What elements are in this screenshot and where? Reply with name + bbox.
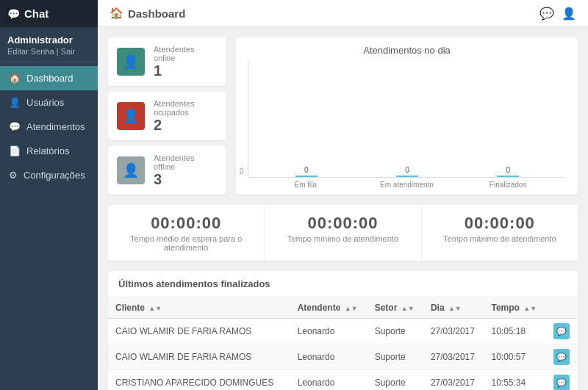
chart-y-label: 0: [240, 167, 244, 176]
stat-card-offline: 👤 Atendentes offline 3: [108, 146, 226, 195]
chat-action-button[interactable]: 💬: [553, 323, 570, 339]
app-title: Chat: [24, 7, 49, 20]
th-atendente[interactable]: Atendente ▲▼: [290, 297, 368, 319]
th-action: [546, 297, 578, 319]
chart-bar-finalizados-bar: [497, 176, 519, 177]
timing-maximo-label: Tempo máximo de atendimento: [429, 234, 570, 243]
chart-label-atendimento: Em atendimento: [377, 181, 436, 189]
sidebar: 💬 Chat Administrador Editar Senha | Sair…: [0, 0, 98, 390]
offline-icon: 👤: [117, 156, 145, 184]
sidebar-item-dashboard[interactable]: 🏠 Dashboard: [0, 66, 98, 90]
online-label: Atendentes online: [154, 45, 217, 62]
sort-icon-setor: ▲▼: [401, 305, 415, 312]
chart-labels: Em fila Em atendimento Finalizados: [248, 178, 566, 189]
chat-action-button[interactable]: 💬: [553, 349, 570, 365]
online-value: 1: [154, 62, 217, 79]
cell-dia: 27/03/2017: [423, 344, 484, 370]
chat-header-icon: 💬: [7, 8, 20, 20]
chart-bar-atendimento-value: 0: [405, 166, 409, 174]
stat-cards-group: 👤 Atendentes online 1 👤 Atendentes ocupa…: [108, 37, 226, 195]
sidebar-nav: 🏠 Dashboard 👤 Usuários 💬 Atendimentos 📄 …: [0, 62, 98, 390]
user-name: Administrador: [7, 35, 90, 46]
chat-topbar-icon[interactable]: 💬: [539, 7, 554, 21]
chart-bar-finalizados: 0: [497, 166, 519, 177]
chart-bar-fila: 0: [295, 166, 318, 177]
timing-espera: 00:00:00 Tempo médio de espera para o at…: [108, 205, 265, 261]
topbar-icons: 💬 👤: [539, 7, 576, 21]
stats-row: 👤 Atendentes online 1 👤 Atendentes ocupa…: [108, 37, 578, 195]
stat-card-ocupados: 👤 Atendentes ocupados 2: [108, 92, 226, 140]
topbar-home-icon: 🏠: [110, 7, 123, 20]
online-icon: 👤: [117, 48, 145, 76]
data-table: Cliente ▲▼ Atendente ▲▼ Setor ▲▼ Dia: [108, 297, 578, 390]
atendimentos-nav-icon: 💬: [9, 121, 21, 132]
cell-cliente: CRISTIANO APARECIDO DOMINGUES: [108, 370, 290, 391]
table-body: CAIO WLAMIR DE FARIA RAMOS Leonardo Supo…: [108, 319, 578, 391]
sidebar-item-relatorios[interactable]: 📄 Relatórios: [0, 139, 98, 163]
main-area: 🏠 Dashboard 💬 👤 👤 Atendentes online 1: [98, 0, 588, 390]
configuracoes-nav-label: Configurações: [24, 170, 85, 181]
dashboard-nav-icon: 🏠: [9, 73, 21, 84]
th-cliente[interactable]: Cliente ▲▼: [108, 297, 290, 319]
cell-tempo: 10:00:57: [484, 344, 545, 370]
cell-action: 💬: [546, 319, 578, 344]
chart-card: Atendimentos no dia 0 0 0 0: [236, 37, 578, 195]
ocupados-info: Atendentes ocupados 2: [154, 99, 217, 133]
cell-setor: Suporte: [368, 370, 423, 391]
sidebar-item-configuracoes[interactable]: ⚙ Configurações: [0, 163, 98, 187]
timing-row: 00:00:00 Tempo médio de espera para o at…: [108, 205, 578, 261]
sidebar-item-atendimentos[interactable]: 💬 Atendimentos: [0, 115, 98, 139]
chat-action-button[interactable]: 💬: [553, 375, 570, 390]
table-title: Últimos atendimentos finalizados: [108, 271, 578, 297]
cell-atendente: Leonardo: [290, 319, 368, 344]
timing-espera-label: Tempo médio de espera para o atendimento: [115, 234, 257, 252]
edit-password-link[interactable]: Editar Senha: [7, 47, 54, 56]
atendimentos-nav-label: Atendimentos: [26, 121, 85, 132]
stat-card-online: 👤 Atendentes online 1: [108, 37, 226, 86]
cell-tempo: 10:55:34: [484, 370, 545, 391]
logout-link[interactable]: Sair: [61, 47, 76, 56]
content-area: 👤 Atendentes online 1 👤 Atendentes ocupa…: [98, 27, 588, 390]
table-row: CAIO WLAMIR DE FARIA RAMOS Leonardo Supo…: [108, 344, 578, 370]
offline-label: Atendentes offline: [154, 154, 217, 171]
ocupados-icon: 👤: [117, 102, 145, 130]
table-row: CAIO WLAMIR DE FARIA RAMOS Leonardo Supo…: [108, 319, 578, 344]
dashboard-nav-label: Dashboard: [26, 73, 74, 84]
cell-action: 💬: [546, 370, 578, 391]
cell-setor: Suporte: [368, 319, 423, 344]
cell-dia: 27/03/2017: [423, 319, 484, 344]
configuracoes-nav-icon: ⚙: [9, 170, 18, 181]
sort-icon-cliente: ▲▼: [148, 305, 162, 312]
sidebar-item-usuarios[interactable]: 👤 Usuários: [0, 90, 98, 115]
chart-title: Atendimentos no dia: [248, 45, 566, 56]
th-dia[interactable]: Dia ▲▼: [423, 297, 484, 319]
table-card: Últimos atendimentos finalizados Cliente…: [108, 271, 578, 390]
th-setor[interactable]: Setor ▲▼: [368, 297, 423, 319]
sort-icon-atendente: ▲▼: [345, 305, 358, 312]
sort-icon-tempo: ▲▼: [523, 305, 537, 312]
link-separator: |: [57, 47, 59, 56]
chart-bar-finalizados-value: 0: [506, 166, 511, 174]
chart-bar-fila-bar: [295, 176, 318, 177]
chart-bar-fila-value: 0: [304, 166, 309, 174]
timing-minimo-value: 00:00:00: [272, 214, 413, 233]
th-tempo[interactable]: Tempo ▲▼: [484, 297, 545, 319]
ocupados-value: 2: [154, 117, 217, 133]
timing-espera-value: 00:00:00: [115, 214, 257, 233]
chart-bar-atendimento-bar: [396, 176, 418, 177]
cell-cliente: CAIO WLAMIR DE FARIA RAMOS: [108, 319, 290, 344]
relatorios-nav-label: Relatórios: [26, 145, 70, 156]
chart-label-fila: Em fila: [276, 181, 335, 189]
cell-action: 💬: [546, 344, 578, 370]
sort-icon-dia: ▲▼: [448, 305, 462, 312]
offline-info: Atendentes offline 3: [154, 154, 217, 187]
timing-maximo: 00:00:00 Tempo máximo de atendimento: [422, 205, 578, 261]
timing-maximo-value: 00:00:00: [429, 214, 570, 233]
topbar-title-area: 🏠 Dashboard: [110, 7, 185, 20]
table-row: CRISTIANO APARECIDO DOMINGUES Leonardo S…: [108, 370, 578, 391]
timing-minimo: 00:00:00 Tempo mínimo de atendimento: [265, 205, 421, 261]
user-topbar-icon[interactable]: 👤: [562, 7, 576, 21]
timing-minimo-label: Tempo mínimo de atendimento: [272, 234, 413, 243]
sidebar-header: 💬 Chat: [0, 0, 98, 27]
relatorios-nav-icon: 📄: [9, 145, 21, 156]
